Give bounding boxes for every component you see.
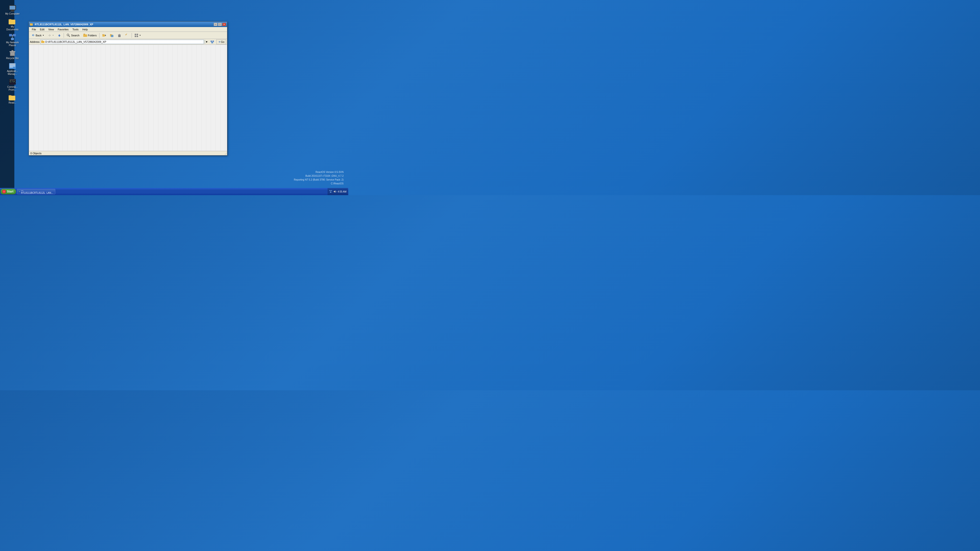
svg-rect-28 <box>9 96 15 100</box>
search-icon <box>67 33 70 37</box>
task-label: — RTL8111BCRTL8112L_LAN... <box>21 189 53 194</box>
taskbar-tray: 4:55 AM <box>328 188 348 195</box>
menu-view[interactable]: View <box>46 27 56 31</box>
svg-rect-47 <box>137 36 138 37</box>
go-button[interactable]: Go <box>216 40 226 44</box>
reactos-line4: C:\ReactOS <box>294 182 344 186</box>
folders-icon <box>83 34 87 37</box>
start-orb-icon <box>2 190 6 194</box>
svg-rect-3 <box>10 11 14 11</box>
toolbar-sep-3 <box>132 33 132 38</box>
undo-button[interactable] <box>124 33 130 38</box>
menu-favorites[interactable]: Favorites <box>56 27 70 31</box>
svg-rect-21 <box>10 66 15 67</box>
desktop-icon-my-documents[interactable]: My Documents <box>5 18 20 31</box>
svg-rect-50 <box>211 42 213 43</box>
minimize-button[interactable]: ─ <box>214 23 218 26</box>
svg-rect-59 <box>331 190 332 191</box>
desktop-icon-label-cmd: Comma... Prom... <box>5 86 20 91</box>
svg-line-35 <box>68 36 70 37</box>
svg-rect-44 <box>135 34 136 35</box>
tray-network-icon[interactable] <box>329 190 332 193</box>
tray-time: 4:55 AM <box>337 191 347 193</box>
start-label: Start <box>7 190 13 193</box>
desktop-icon-my-computer[interactable]: My Computer <box>5 5 20 15</box>
toolbar-sep-1 <box>64 33 64 38</box>
taskbar-task-explorer[interactable]: — RTL8111BCRTL8112L_LAN... <box>17 189 55 194</box>
folders-button[interactable]: Folders <box>81 33 98 38</box>
network-drive-button[interactable] <box>209 40 215 44</box>
svg-rect-1 <box>10 6 15 10</box>
svg-rect-45 <box>137 34 138 35</box>
svg-rect-19 <box>10 64 15 65</box>
copy-to-button[interactable] <box>108 33 115 38</box>
copy-icon <box>110 33 114 37</box>
go-icon <box>218 41 220 43</box>
views-dropdown-arrow: ▼ <box>139 35 141 36</box>
undo-icon <box>125 33 129 37</box>
cmd-icon: C:\>_ <box>9 78 16 86</box>
address-dropdown-button[interactable]: ▼ <box>205 40 208 44</box>
desktop-icon-app-manager[interactable]: Applicati... Manag... <box>5 62 20 76</box>
readme-icon <box>9 94 16 102</box>
delete-button[interactable] <box>116 33 123 38</box>
app-manager-icon <box>9 62 16 70</box>
move-to-button[interactable] <box>100 33 108 38</box>
content-area[interactable] <box>29 45 227 151</box>
desktop-icons: My Computer My Documents My Network Plac… <box>5 5 20 104</box>
forward-button[interactable]: ▼ <box>46 33 56 38</box>
dropdown-arrow-icon: ▼ <box>205 40 208 43</box>
menu-tools[interactable]: Tools <box>71 27 81 31</box>
back-dropdown-arrow: ▼ <box>42 35 44 36</box>
menu-edit[interactable]: Edit <box>38 27 46 31</box>
resize-handle[interactable] <box>224 152 227 155</box>
reactos-line3: Reporting NT 5.2 (Build 3790: Service Pa… <box>294 178 344 182</box>
reactos-line1: ReactOS Version 0.5-SVN <box>294 170 344 174</box>
forward-icon <box>48 34 51 37</box>
desktop-icon-readme[interactable]: Read... <box>5 94 20 104</box>
task-folder-icon <box>19 191 20 193</box>
svg-rect-39 <box>110 34 111 35</box>
svg-rect-60 <box>330 192 331 193</box>
address-input-wrapper[interactable]: D:\RTL8111BCRTL8112L_LAN_V57286042009_XP <box>40 40 204 44</box>
views-icon <box>134 33 138 37</box>
svg-rect-30 <box>30 23 31 24</box>
delete-icon <box>118 33 121 37</box>
views-button[interactable]: ▼ <box>133 33 143 38</box>
svg-rect-20 <box>10 65 15 65</box>
taskbar: Start — RTL8111BCRTL8112L_LAN... <box>0 188 348 195</box>
start-button[interactable]: Start <box>0 189 16 194</box>
menu-file[interactable]: File <box>30 27 38 31</box>
close-button[interactable]: ✕ <box>222 23 226 26</box>
desktop-icon-label-app-manager: Applicati... Manag... <box>5 70 20 76</box>
tray-volume-icon[interactable] <box>333 190 337 193</box>
title-bar: RTL8111BCRTL8112L_LAN_V57286042009_XP ─ … <box>29 22 227 27</box>
documents-folder-icon <box>9 18 16 25</box>
status-bar: 0 Objects <box>29 151 227 155</box>
svg-rect-43 <box>119 34 120 35</box>
svg-point-34 <box>67 34 69 36</box>
reactos-line2: Build 20161107-r73164 ;GNU_4.7.2 <box>294 174 344 178</box>
go-label: Go <box>221 40 224 43</box>
monitor-icon <box>9 5 16 13</box>
taskbar-tasks: — RTL8111BCRTL8112L_LAN... <box>16 189 328 194</box>
svg-rect-33 <box>59 36 60 37</box>
desktop-icon-recycle-bin[interactable]: Recycle Bin <box>5 49 20 60</box>
desktop-icon-my-network[interactable]: My Network Places <box>5 33 20 47</box>
search-button[interactable]: Search <box>65 33 81 38</box>
svg-rect-57 <box>19 191 19 192</box>
network-drive-icon <box>210 40 214 43</box>
svg-rect-22 <box>10 67 13 67</box>
svg-rect-48 <box>210 41 212 42</box>
window-icon <box>30 22 34 26</box>
menu-help[interactable]: Help <box>80 27 90 31</box>
toolbar: Back ▼ ▼ <box>29 32 227 39</box>
address-bar: Address D:\RTL8111BCRTL8112L_LAN_V572860… <box>29 39 227 45</box>
svg-rect-14 <box>11 50 13 51</box>
address-path: D:\RTL8111BCRTL8112L_LAN_V57286042009_XP <box>45 40 203 43</box>
desktop-icon-cmd[interactable]: C:\>_ Comma... Prom... <box>5 78 20 91</box>
restore-button[interactable]: □ <box>218 23 222 26</box>
svg-rect-9 <box>11 38 14 40</box>
up-button[interactable] <box>56 33 63 38</box>
back-button[interactable]: Back ▼ <box>30 33 46 38</box>
